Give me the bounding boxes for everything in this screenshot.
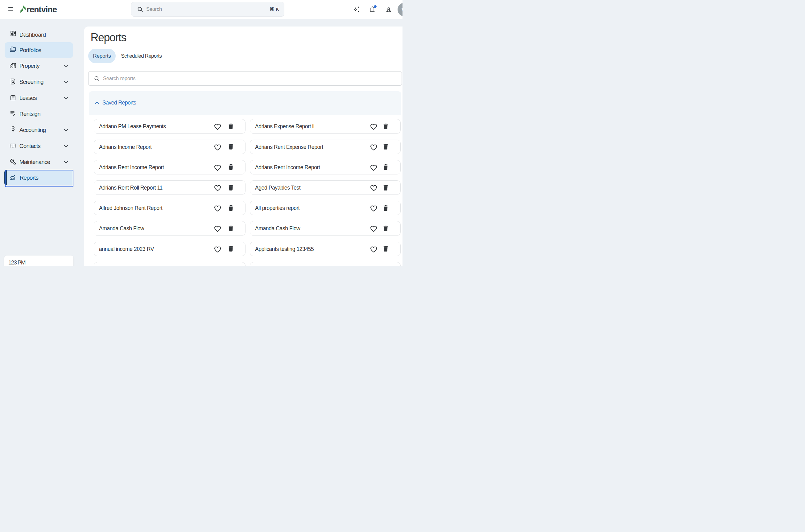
svg-text:V: V	[401, 6, 403, 13]
